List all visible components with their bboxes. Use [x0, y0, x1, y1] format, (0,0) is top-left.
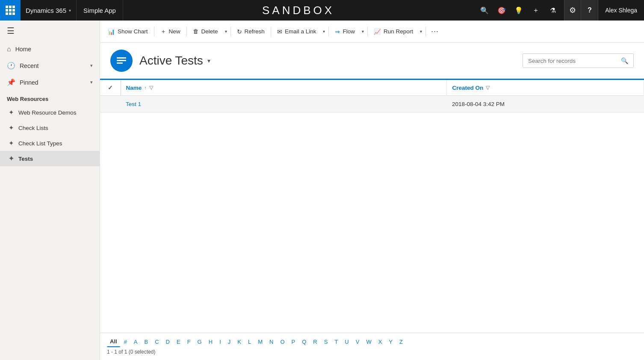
alpha-btn-w[interactable]: W — [363, 337, 374, 347]
alpha-btn-p[interactable]: P — [289, 337, 298, 347]
app-name[interactable]: Simple App — [77, 0, 123, 21]
alpha-btn-g[interactable]: G — [195, 337, 205, 347]
view-title-chevron[interactable]: ▾ — [207, 57, 210, 64]
flow-chevron[interactable]: ▾ — [360, 27, 366, 36]
sidebar-item-tests[interactable]: ✦ Tests — [0, 151, 100, 166]
new-button[interactable]: ＋ New — [156, 25, 185, 38]
toolbar-sep-3 — [230, 27, 231, 37]
sidebar-item-home[interactable]: ⌂ Home — [0, 41, 100, 57]
tests-icon: ✦ — [9, 155, 14, 162]
target-icon[interactable]: 🎯 — [494, 3, 509, 18]
row-created-on: 2018-08-04 3:42 PM — [447, 96, 644, 113]
sidebar-item-label: Home — [15, 46, 31, 53]
more-button[interactable]: ··· — [428, 24, 442, 38]
add-icon[interactable]: ＋ — [528, 3, 544, 18]
toolbar-sep-2 — [186, 27, 187, 37]
email-link-button[interactable]: ✉ Email a Link — [273, 26, 321, 38]
alpha-btn-s[interactable]: S — [321, 337, 331, 347]
search-icon[interactable]: 🔍 — [477, 3, 492, 18]
name-filter-icon[interactable]: ▽ — [149, 85, 153, 91]
pin-icon: 📌 — [7, 78, 15, 86]
delete-button[interactable]: 🗑 Delete — [189, 26, 222, 37]
alpha-btn-h[interactable]: H — [206, 337, 216, 347]
view-title: Active Tests ▾ — [139, 54, 210, 68]
show-chart-icon: 📊 — [108, 28, 115, 35]
alpha-btn-v[interactable]: V — [353, 337, 363, 347]
email-link-chevron[interactable]: ▾ — [321, 27, 327, 36]
alpha-btn-t[interactable]: T — [331, 337, 341, 347]
show-chart-button[interactable]: 📊 Show Chart — [103, 26, 152, 38]
email-icon: ✉ — [277, 28, 282, 35]
help-button[interactable]: ? — [581, 0, 598, 21]
filter-icon[interactable]: ⚗ — [545, 3, 561, 18]
sidebar-item-pinned[interactable]: 📌 Pinned ▾ — [0, 74, 100, 91]
sidebar-item-web-resource-demos[interactable]: ✦ Web Resource Demos — [0, 105, 100, 120]
waffle-menu[interactable] — [0, 0, 21, 21]
sidebar-item-label: Recent — [20, 62, 38, 69]
flow-icon: ⇒ — [335, 28, 340, 35]
created-on-column-header[interactable]: Created On ▽ — [447, 80, 644, 96]
checkmark-icon: ✓ — [108, 85, 113, 91]
delete-label: Delete — [201, 28, 218, 35]
row-checkbox[interactable] — [100, 96, 121, 113]
alpha-btn-o[interactable]: O — [277, 337, 287, 347]
app-title: SANDBOX — [123, 4, 473, 17]
alpha-btn-c[interactable]: C — [152, 337, 162, 347]
user-menu[interactable]: Alex Shlega — [598, 0, 644, 21]
web-resource-demos-icon: ✦ — [9, 109, 14, 116]
data-table: ✓ Name ↑ ▽ Created On ▽ — [100, 80, 644, 113]
select-all-header[interactable]: ✓ — [100, 80, 121, 96]
toolbar-sep-6 — [367, 27, 368, 37]
run-report-chevron[interactable]: ▾ — [418, 27, 424, 36]
new-icon: ＋ — [160, 28, 166, 35]
refresh-label: Refresh — [245, 28, 265, 35]
alpha-btn-k[interactable]: K — [234, 337, 244, 347]
alpha-btn-j[interactable]: J — [225, 337, 234, 347]
alpha-btn-l[interactable]: L — [245, 337, 254, 347]
sidebar-sub-label: Check List Types — [18, 140, 62, 147]
brand-link[interactable]: Dynamics 365 ▾ — [21, 0, 77, 21]
nav-icons: 🔍 🎯 💡 ＋ ⚗ — [473, 3, 564, 18]
created-on-filter-icon[interactable]: ▽ — [486, 85, 490, 91]
sidebar-item-check-lists[interactable]: ✦ Check Lists — [0, 120, 100, 136]
run-report-button[interactable]: 📈 Run Report — [369, 26, 417, 38]
sidebar-item-check-list-types[interactable]: ✦ Check List Types — [0, 136, 100, 151]
delete-chevron[interactable]: ▾ — [223, 27, 229, 36]
alpha-btn-n[interactable]: N — [266, 337, 276, 347]
svg-rect-2 — [117, 62, 123, 64]
search-input[interactable] — [523, 54, 616, 68]
alpha-btn-b[interactable]: B — [142, 337, 151, 347]
search-button[interactable]: 🔍 — [616, 54, 633, 68]
sidebar-sub-label: Tests — [18, 156, 33, 162]
alpha-btn-#[interactable]: # — [121, 337, 130, 347]
alpha-btn-e[interactable]: E — [174, 337, 183, 347]
user-name: Alex Shlega — [605, 7, 637, 14]
alpha-btn-y[interactable]: Y — [386, 337, 396, 347]
refresh-button[interactable]: ↻ Refresh — [233, 26, 269, 38]
alpha-btn-a[interactable]: A — [131, 337, 141, 347]
alpha-btn-z[interactable]: Z — [396, 337, 406, 347]
alpha-btn-d[interactable]: D — [163, 337, 173, 347]
alpha-btn-all[interactable]: All — [107, 336, 120, 347]
alpha-btn-f[interactable]: F — [184, 337, 194, 347]
flow-label: Flow — [343, 28, 355, 35]
name-column-header[interactable]: Name ↑ ▽ — [121, 80, 447, 96]
pagination-info: 1 - 1 of 1 (0 selected) — [107, 347, 637, 357]
lightbulb-icon[interactable]: 💡 — [511, 3, 526, 18]
alpha-btn-m[interactable]: M — [255, 337, 266, 347]
row-name[interactable]: Test 1 — [121, 96, 447, 113]
table-header-row: ✓ Name ↑ ▽ Created On ▽ — [100, 80, 644, 96]
sidebar-toggle[interactable]: ☰ — [0, 21, 100, 41]
sidebar-item-recent[interactable]: 🕐 Recent ▾ — [0, 57, 100, 74]
pinned-chevron: ▾ — [90, 80, 93, 85]
settings-button[interactable]: ⚙ — [564, 0, 581, 21]
alpha-btn-u[interactable]: U — [342, 337, 352, 347]
alpha-btn-x[interactable]: X — [375, 337, 385, 347]
alpha-btn-i[interactable]: I — [216, 337, 224, 347]
alpha-btn-q[interactable]: Q — [299, 337, 309, 347]
top-nav: Dynamics 365 ▾ Simple App SANDBOX 🔍 🎯 💡 … — [0, 0, 644, 21]
table-area: ✓ Name ↑ ▽ Created On ▽ — [100, 80, 644, 333]
name-sort-icon[interactable]: ↑ — [144, 85, 147, 90]
flow-button[interactable]: ⇒ Flow — [331, 26, 359, 38]
alpha-btn-r[interactable]: R — [310, 337, 320, 347]
